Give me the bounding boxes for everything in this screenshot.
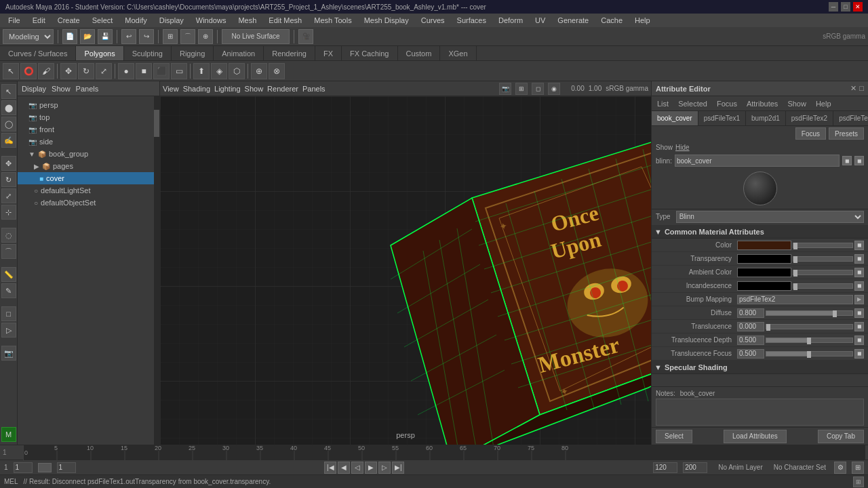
mat-tab-psdfiletex1[interactable]: psdFileTex1 — [698, 111, 746, 125]
poly-cube-btn[interactable]: ■ — [136, 63, 152, 79]
outliner-display[interactable]: Display — [22, 85, 46, 93]
attr-tab-show[interactable]: Show — [785, 98, 809, 109]
translucence-depth-slider[interactable] — [766, 338, 853, 343]
tab-custom[interactable]: Custom — [398, 46, 441, 60]
translucence-input[interactable] — [737, 322, 764, 331]
bevel-btn[interactable]: ◈ — [211, 63, 227, 79]
range-full-end-input[interactable] — [683, 462, 707, 473]
loop-btn[interactable]: ⬤ — [1, 100, 16, 115]
outliner-item-top[interactable]: 📷 top — [18, 111, 154, 123]
maximize-button[interactable]: □ — [841, 2, 850, 12]
go-end-btn[interactable]: ▶| — [392, 462, 404, 474]
ambient-ext[interactable]: ◼ — [854, 268, 864, 277]
bridge-btn[interactable]: ⬡ — [229, 63, 245, 79]
anim-settings-btn[interactable]: ⚙ — [834, 462, 846, 474]
tab-curves---surfaces[interactable]: Curves / Surfaces — [0, 46, 76, 60]
blinn-input[interactable] — [675, 155, 840, 167]
outliner-show[interactable]: Show — [52, 85, 71, 93]
select-btn[interactable]: ↖ — [1, 84, 16, 99]
menu-generate[interactable]: Generate — [552, 15, 594, 26]
attr-tab-focus[interactable]: Focus — [714, 98, 740, 109]
no-live-btn[interactable]: No Live Surface — [222, 29, 290, 44]
viewport-canvas[interactable]: Once Upon ✦ ✦ ✦ ✦ — [160, 96, 651, 445]
attr-tab-attributes[interactable]: Attributes — [744, 98, 781, 109]
separate-btn[interactable]: ⊗ — [269, 63, 285, 79]
sculpt-btn[interactable]: ⌒ — [1, 244, 16, 259]
menu-curves[interactable]: Curves — [416, 15, 450, 26]
range-end-input[interactable] — [653, 462, 677, 473]
new-btn[interactable]: 📄 — [62, 29, 77, 44]
menu-mesh-tools[interactable]: Mesh Tools — [309, 15, 357, 26]
outliner-item-book-group[interactable]: ▼ 📦 book_group — [18, 148, 154, 160]
type-select[interactable]: Blinn — [676, 211, 864, 223]
timeline-ruler[interactable]: 0 5 10 15 20 25 30 35 40 45 50 55 60 — [23, 445, 865, 460]
lasso-btn[interactable]: ⭕ — [20, 63, 37, 79]
diffuse-ext[interactable]: ◼ — [854, 308, 864, 318]
poly-sphere-btn[interactable]: ● — [118, 63, 134, 79]
attr-close-icon[interactable]: ✕ — [850, 84, 856, 93]
ambient-slider[interactable] — [793, 270, 853, 275]
snap-curve-btn[interactable]: ⌒ — [180, 29, 195, 44]
minimize-button[interactable]: ─ — [829, 2, 838, 12]
combine-btn[interactable]: ⊕ — [251, 63, 267, 79]
view-menu[interactable]: View — [163, 85, 179, 93]
renderer-menu[interactable]: Renderer — [267, 85, 298, 93]
translucence-ext[interactable]: ◼ — [854, 322, 864, 331]
outliner-item-pages[interactable]: ▶ 📦 pages — [18, 160, 154, 172]
attr-tab-selected[interactable]: Selected — [675, 98, 710, 109]
render-region-btn[interactable]: □ — [1, 306, 16, 321]
manip-tool-btn[interactable]: ⊹ — [1, 205, 16, 220]
bump-map-btn[interactable]: ▶ — [854, 295, 864, 304]
tab-rendering[interactable]: Rendering — [264, 46, 315, 60]
panels-menu[interactable]: Panels — [302, 85, 326, 93]
presets-button[interactable]: Presets — [829, 127, 864, 140]
paint-btn[interactable]: 🖌 — [38, 63, 54, 79]
mat-tab-psdfiletex2[interactable]: psdFileTex2 — [786, 111, 833, 125]
close-button[interactable]: ✕ — [853, 2, 863, 12]
menu-windows[interactable]: Windows — [191, 15, 232, 26]
redo-btn[interactable]: ↪ — [139, 29, 154, 44]
tab-sculpting[interactable]: Sculpting — [124, 46, 172, 60]
common-material-section[interactable]: ▼ Common Material Attributes — [652, 225, 868, 239]
menu-uv[interactable]: UV — [530, 15, 551, 26]
menu-create[interactable]: Create — [52, 15, 85, 26]
step-forward-btn[interactable]: ▷ — [378, 462, 391, 474]
frame-sub-input[interactable] — [57, 462, 76, 473]
tab-polygons[interactable]: Polygons — [76, 46, 123, 60]
blinn-ext-btn2[interactable]: ◼ — [854, 156, 864, 165]
outliner-item-side[interactable]: 📷 side — [18, 136, 154, 148]
outliner-item-defaultobjectset[interactable]: ○ defaultObjectSet — [18, 197, 154, 209]
menu-mesh-display[interactable]: Mesh Display — [359, 15, 414, 26]
outliner-scroll-thumb[interactable] — [154, 110, 159, 137]
select-button[interactable]: Select — [656, 430, 692, 443]
snap-grid-btn[interactable]: ⊞ — [163, 29, 178, 44]
open-btn[interactable]: 📂 — [80, 29, 95, 44]
cam-persp-btn[interactable]: 📷 — [499, 83, 511, 95]
incandescence-slider[interactable] — [793, 283, 853, 289]
diffuse-input[interactable] — [737, 308, 764, 318]
transparency-ext[interactable]: ◼ — [854, 254, 864, 264]
extrude-btn[interactable]: ⬆ — [193, 63, 210, 79]
wireframe-btn[interactable]: ◻ — [532, 83, 544, 95]
frame-input[interactable] — [14, 462, 33, 473]
mat-tab-psdfiletex3[interactable]: psdFileTex3 — [833, 111, 868, 125]
menu-edit[interactable]: Edit — [27, 15, 51, 26]
tab-fx[interactable]: FX — [315, 46, 342, 60]
blinn-ext-btn[interactable]: ◼ — [842, 156, 852, 165]
lasso-btn[interactable]: ◯ — [1, 117, 16, 131]
outliner-panels[interactable]: Panels — [76, 85, 99, 93]
menu-cache[interactable]: Cache — [595, 15, 628, 26]
mat-tab-bump2d1[interactable]: bump2d1 — [746, 111, 786, 125]
rotate-btn[interactable]: ↻ — [78, 63, 94, 79]
mat-tab-book-cover[interactable]: book_cover — [652, 111, 698, 125]
notes-textarea[interactable] — [656, 399, 864, 426]
color-swatch[interactable] — [737, 241, 791, 250]
play-forward-btn[interactable]: ▶ — [365, 462, 377, 474]
annotate-btn[interactable]: ✎ — [1, 283, 16, 298]
shading-menu[interactable]: Shading — [183, 85, 210, 93]
attr-tab-list[interactable]: List — [654, 98, 671, 109]
smooth-btn[interactable]: ◉ — [548, 83, 560, 95]
translucence-focus-ext[interactable]: ◼ — [854, 349, 864, 359]
snap-point-btn[interactable]: ⊕ — [198, 29, 213, 44]
save-btn[interactable]: 💾 — [98, 29, 113, 44]
